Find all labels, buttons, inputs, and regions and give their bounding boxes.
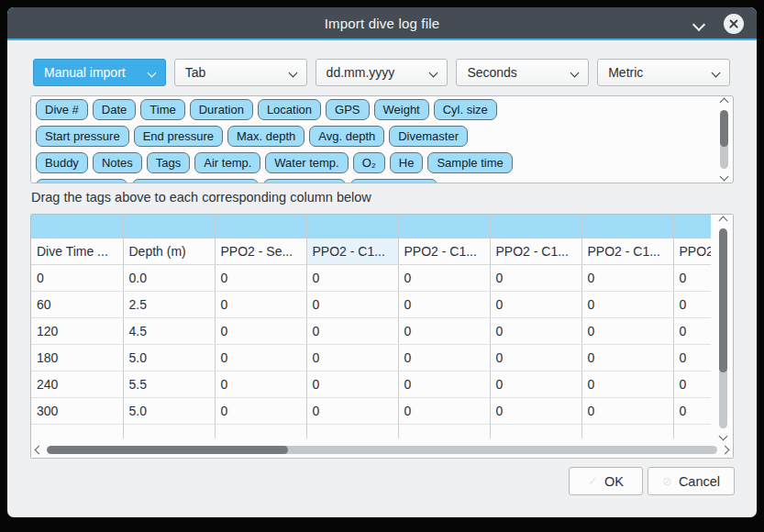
tagbox-scroll-thumb[interactable] (720, 110, 728, 147)
combo-manual-import[interactable]: Manual import (33, 59, 166, 86)
tag-he[interactable]: He (390, 152, 424, 173)
combo-dd-mm-yyyy[interactable]: dd.mm.yyyy (316, 59, 448, 86)
table-cell: 0 (215, 371, 306, 397)
titlebar-chevron-down-icon[interactable] (692, 18, 705, 31)
table-cell: 0 (581, 397, 673, 424)
import-preview-table: Dive Time ...Depth (m)PPO2 - Se...PPO2 -… (30, 214, 734, 459)
table-hscroll-track[interactable] (47, 446, 717, 454)
scroll-down-icon[interactable] (719, 172, 728, 182)
tag-cyl-size[interactable]: Cyl. size (434, 99, 497, 120)
tag-sample-cns[interactable]: Sample CNS (350, 179, 437, 183)
table-vscroll-track[interactable] (719, 228, 727, 428)
scroll-up-icon[interactable] (718, 216, 727, 226)
table-cell: 0 (398, 397, 490, 424)
table-cell: 0 (490, 317, 581, 344)
tag-sample-time[interactable]: Sample time (427, 152, 512, 173)
close-icon[interactable] (724, 14, 744, 34)
column-header-row: Dive Time ...Depth (m)PPO2 - Se...PPO2 -… (31, 238, 711, 264)
column-header[interactable]: PPO2 - C1... (398, 238, 490, 264)
tag-divemaster[interactable]: Divemaster (389, 126, 468, 147)
combo-tab[interactable]: Tab (174, 59, 307, 86)
tag-air-temp[interactable]: Air temp. (194, 152, 260, 173)
combo-selected-value: dd.mm.yyyy (327, 65, 431, 80)
table-cell: 4.5 (123, 317, 215, 344)
drag-instruction-label: Drag the tags above to each correspondin… (31, 190, 371, 205)
drop-target-cell[interactable] (673, 215, 711, 238)
tag-start-pressure[interactable]: Start pressure (36, 126, 129, 147)
ok-button-label: OK (604, 474, 624, 489)
table-cell (31, 424, 123, 438)
table-cell: 0 (581, 291, 673, 317)
table-horizontal-scrollbar[interactable] (36, 445, 728, 456)
table-cell: 0 (673, 397, 711, 424)
tag-avg-depth[interactable]: Avg. depth (309, 126, 384, 147)
drop-target-cell[interactable] (490, 215, 581, 238)
table-row: 2405.5000000 (31, 371, 711, 397)
chevron-down-icon (429, 68, 438, 77)
column-header[interactable]: PPO2 - Se... (215, 238, 306, 264)
column-header[interactable]: Dive Time ... (31, 238, 123, 264)
tag-end-pressure[interactable]: End pressure (134, 126, 223, 147)
drop-target-cell[interactable] (31, 215, 123, 238)
tag-date[interactable]: Date (93, 99, 136, 120)
drop-target-cell[interactable] (306, 215, 398, 238)
scroll-right-icon[interactable] (721, 446, 730, 455)
tag-buddy[interactable]: Buddy (36, 152, 88, 173)
tag-o[interactable]: O₂ (353, 152, 385, 173)
chevron-down-icon (288, 68, 297, 77)
scroll-left-icon[interactable] (35, 446, 44, 455)
column-header[interactable]: PPO2 - C1... (673, 238, 711, 264)
table-cell: 240 (31, 371, 123, 397)
tagbox-scroll-track[interactable] (720, 110, 728, 169)
drop-target-cell[interactable] (398, 215, 490, 238)
table-cell: 0 (490, 291, 581, 317)
tag-duration[interactable]: Duration (190, 99, 253, 120)
drop-target-cell[interactable] (215, 215, 306, 238)
tagbox-scrollbar[interactable] (717, 99, 730, 180)
column-header[interactable]: PPO2 - C1... (490, 238, 581, 264)
tag-tags[interactable]: Tags (147, 152, 190, 173)
scroll-down-icon[interactable] (718, 432, 727, 441)
tag-sample-temperature[interactable]: Sample temperature (132, 179, 259, 183)
tag-water-temp[interactable]: Water temp. (265, 152, 348, 173)
column-header[interactable]: PPO2 - C1... (581, 238, 673, 264)
table-row: 602.5000000 (31, 291, 711, 317)
table-cell: 0 (581, 264, 673, 291)
drop-target-cell[interactable] (123, 215, 215, 238)
format-combos: Manual importTabdd.mm.yyyySecondsMetric (33, 59, 730, 86)
table-cell: 0 (215, 317, 306, 344)
table-cell (123, 424, 215, 438)
table-vertical-scrollbar[interactable] (716, 217, 729, 439)
drop-target-cell[interactable] (581, 215, 673, 238)
tag-weight[interactable]: Weight (374, 99, 429, 120)
table-cell: 0 (673, 371, 711, 397)
table-cell: 0 (673, 264, 711, 291)
scroll-up-icon[interactable] (719, 98, 728, 107)
combo-metric[interactable]: Metric (597, 59, 730, 86)
tag-gps[interactable]: GPS (326, 99, 369, 120)
cancel-button[interactable]: ⊘ Cancel (648, 467, 735, 495)
data-grid: Dive Time ...Depth (m)PPO2 - Se...PPO2 -… (31, 215, 711, 438)
tag-notes[interactable]: Notes (93, 152, 142, 173)
ok-button[interactable]: ✓ OK (569, 467, 643, 495)
tag-sample-po[interactable]: Sample pO₂ (263, 179, 346, 183)
table-cell: 0 (490, 397, 581, 424)
tag-row: Sample depthSample temperatureSample pO₂… (36, 179, 728, 183)
horizontal-scroll-gutter (31, 442, 733, 458)
table-vscroll-thumb[interactable] (719, 228, 727, 372)
tag-max-depth[interactable]: Max. depth (227, 126, 304, 147)
combo-seconds[interactable]: Seconds (456, 59, 589, 86)
table-cell: 0 (490, 264, 581, 291)
titlebar[interactable]: Import dive log file (7, 7, 757, 40)
table-cell: 0 (306, 264, 398, 291)
tag-location[interactable]: Location (258, 99, 321, 120)
column-header[interactable]: Depth (m) (123, 238, 215, 264)
tag-time[interactable]: Time (140, 99, 184, 120)
table-hscroll-thumb[interactable] (47, 446, 288, 454)
tag-sample-depth[interactable]: Sample depth (36, 179, 127, 183)
table-cell (581, 424, 673, 438)
table-cell (673, 424, 711, 438)
table-cell: 0 (215, 397, 306, 424)
column-header[interactable]: PPO2 - C1... (306, 238, 398, 264)
tag-dive[interactable]: Dive # (36, 99, 88, 120)
